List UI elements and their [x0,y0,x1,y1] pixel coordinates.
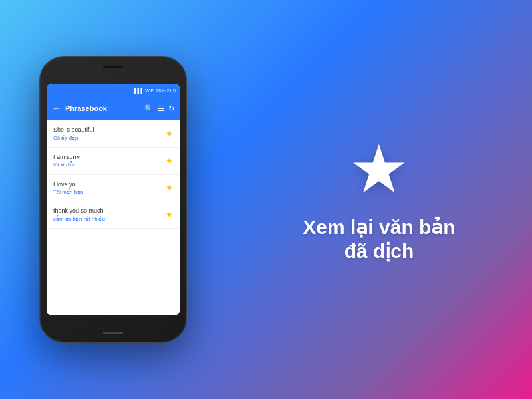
filter-icon[interactable]: ☰ [158,104,164,113]
phone-speaker [103,66,123,68]
toolbar-icons: 🔍 ☰ ↻ [144,104,174,113]
phrase-vietnamese: cảm ơn bạn rất nhiều [53,215,166,223]
phone-wrapper: ▌▌▌ WiFi 28% 21:5 ← Phrasebook 🔍 ☰ ↻ [40,57,186,342]
app-toolbar: ← Phrasebook 🔍 ☰ ↻ [47,96,180,120]
right-section: ★ Xem lại văn bản đã dịch [226,122,532,277]
phrase-star-icon[interactable]: ★ [166,129,173,138]
star-icon-container: ★ [349,136,409,202]
phrase-star-icon[interactable]: ★ [166,183,173,192]
phrase-text-group: I am sorrytôi xin lỗi [53,153,166,169]
phone-section: ▌▌▌ WiFi 28% 21:5 ← Phrasebook 🔍 ☰ ↻ [0,0,226,399]
phrase-text-group: thank you so muchcảm ơn bạn rất nhiều [53,207,166,223]
star-icon: ★ [349,132,409,206]
tagline-line1: Xem lại văn bản [303,215,455,239]
phrase-star-icon[interactable]: ★ [166,210,173,219]
phrase-item[interactable]: thank you so muchcảm ơn bạn rất nhiều★ [47,201,180,229]
tagline-line2: đã dịch [303,239,455,263]
refresh-icon[interactable]: ↻ [168,104,174,113]
phrase-list: She is beautifulCô ấy đẹp★I am sorrytôi … [47,120,180,315]
phrase-text-group: She is beautifulCô ấy đẹp [53,126,166,142]
status-bar-icons: ▌▌▌ WiFi 28% 21:5 [134,88,176,93]
battery-text: 28% [156,88,165,93]
phrase-english: She is beautiful [53,126,166,134]
main-container: ▌▌▌ WiFi 28% 21:5 ← Phrasebook 🔍 ☰ ↻ [0,0,532,399]
phone-camera [159,66,163,70]
status-bar: ▌▌▌ WiFi 28% 21:5 [47,84,180,96]
phrase-item[interactable]: I love youTôi mến bạn★ [47,175,180,202]
signal-icon: ▌▌▌ [134,88,144,93]
phrase-star-icon[interactable]: ★ [166,156,173,166]
phrase-vietnamese: Cô ấy đẹp [53,134,166,142]
phrase-text-group: I love youTôi mến bạn [53,180,166,196]
phrase-english: I love you [53,180,166,189]
wifi-icon: WiFi [145,88,154,93]
time-text: 21:5 [166,88,176,93]
back-button[interactable]: ← [52,103,61,114]
phrase-vietnamese: tôi xin lỗi [53,161,166,168]
phrase-english: thank you so much [53,207,166,215]
search-icon[interactable]: 🔍 [144,104,154,113]
phone-screen: ▌▌▌ WiFi 28% 21:5 ← Phrasebook 🔍 ☰ ↻ [47,84,180,315]
phrase-vietnamese: Tôi mến bạn [53,188,166,196]
phone-home-button [103,332,123,334]
phrase-english: I am sorry [53,153,166,162]
phrase-item[interactable]: She is beautifulCô ấy đẹp★ [47,120,180,148]
tagline: Xem lại văn bản đã dịch [303,215,455,263]
toolbar-title: Phrasebook [65,104,140,112]
phrase-item[interactable]: I am sorrytôi xin lỗi★ [47,148,180,175]
